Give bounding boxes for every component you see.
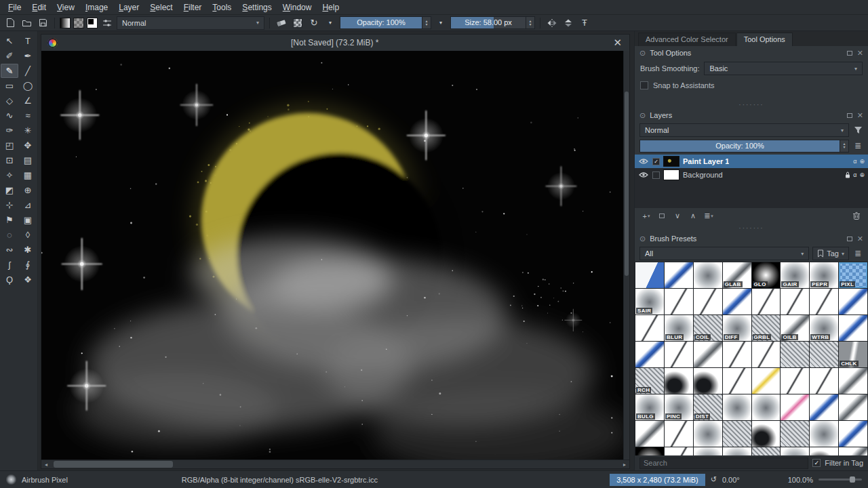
open-document-button[interactable]: [20, 16, 33, 30]
tool-transform[interactable]: ◰: [1, 138, 18, 152]
brush-preset-cell-26[interactable]: [694, 342, 722, 367]
tool-fill[interactable]: ◩: [1, 183, 18, 197]
brush-preset-cell-49[interactable]: [665, 421, 693, 447]
delete-layer-button[interactable]: [850, 210, 863, 222]
brush-preset-cell-9[interactable]: [665, 289, 693, 314]
blending-mode-select[interactable]: Normal▾: [117, 16, 264, 30]
brush-preset-cell-38[interactable]: [810, 368, 838, 394]
close-docker-icon[interactable]: ✕: [857, 49, 863, 57]
tool-rect-select[interactable]: ▣: [19, 213, 37, 227]
mirror-vertical-button[interactable]: [561, 16, 575, 30]
close-document-icon[interactable]: ✕: [612, 37, 623, 49]
canvas-rotation-value[interactable]: 0.00°: [722, 476, 740, 484]
brush-preset-cell-36[interactable]: [752, 368, 781, 394]
tool-magnetic-select[interactable]: ∮: [19, 258, 37, 272]
zoom-percentage[interactable]: 100.0%: [788, 476, 813, 484]
preserve-alpha-button[interactable]: [291, 16, 304, 30]
collapse-icon[interactable]: ⊙: [639, 235, 646, 243]
preset-display-mode-icon[interactable]: ≣: [852, 249, 863, 258]
rotation-reset-icon[interactable]: ↺: [711, 475, 717, 484]
document-titlebar[interactable]: [Not Saved] (73.2 MiB) * ✕: [41, 35, 629, 51]
reload-preset-button[interactable]: ↻: [307, 16, 321, 30]
tool-crop[interactable]: ⊡: [1, 153, 18, 167]
size-spinner[interactable]: ▴▾: [526, 16, 535, 29]
menu-filter[interactable]: Filter: [178, 1, 208, 14]
brush-preset-cell-47[interactable]: [839, 394, 867, 420]
menu-file[interactable]: File: [3, 1, 26, 14]
tool-patterns[interactable]: ▦: [19, 168, 37, 182]
scroll-right-icon[interactable]: ▸: [620, 462, 629, 468]
brush-preset-cell-58[interactable]: [694, 447, 722, 455]
brush-preset-coil[interactable]: COIL: [694, 315, 722, 341]
brush-preset-cell-12[interactable]: [752, 289, 781, 314]
tool-edit-shapes[interactable]: ✐: [1, 49, 18, 63]
fg-bg-color-chooser[interactable]: [87, 18, 98, 28]
docker-resize-handle[interactable]: ·······: [635, 224, 868, 232]
menu-tools[interactable]: Tools: [207, 1, 237, 14]
tool-options-header[interactable]: ⊙ Tool Options ✕: [635, 46, 868, 60]
opacity-slider[interactable]: Opacity: 100% ▴▾: [340, 16, 431, 29]
tool-reference-images[interactable]: ⚑: [1, 213, 18, 227]
brush-preset-cell-29[interactable]: [781, 342, 809, 367]
tool-pan[interactable]: ❖: [19, 272, 37, 287]
brush-preset-chlk[interactable]: CHLK: [839, 342, 867, 367]
pattern-chooser[interactable]: [73, 18, 84, 28]
brush-preset-bulg[interactable]: BULG: [635, 394, 664, 420]
brush-preset-glo[interactable]: GLO: [752, 262, 781, 288]
brush-preset-cell-48[interactable]: [635, 421, 664, 447]
brush-preset-cell-59[interactable]: [723, 447, 751, 455]
save-button[interactable]: [36, 16, 50, 30]
zoom-slider[interactable]: [818, 479, 862, 481]
eraser-mode-button[interactable]: [275, 16, 288, 30]
brush-preset-rch[interactable]: RCH: [635, 368, 664, 394]
brush-preset-cell-43[interactable]: [723, 394, 751, 420]
brush-preset-grbl[interactable]: GRBL: [752, 315, 781, 341]
tool-rectangle[interactable]: ▭: [1, 79, 18, 93]
tool-select-shapes[interactable]: ↖: [1, 34, 18, 48]
gradient-chooser[interactable]: [60, 18, 71, 28]
layer-row-background[interactable]: Backgroundα⊕: [635, 168, 868, 182]
brush-preset-cell-57[interactable]: [665, 447, 693, 455]
layer-properties-button[interactable]: ≣▾: [702, 210, 715, 222]
layer-visibility-icon[interactable]: [638, 158, 649, 165]
menu-view[interactable]: View: [52, 1, 80, 14]
brush-preset-cell-62[interactable]: [810, 447, 838, 455]
brush-preset-cell-0[interactable]: [635, 262, 664, 288]
brush-preset-cell-39[interactable]: [839, 368, 867, 394]
current-brush-icon[interactable]: [6, 474, 16, 485]
menu-layer[interactable]: Layer: [113, 1, 144, 14]
float-docker-icon[interactable]: [847, 51, 852, 56]
brush-presets-header[interactable]: ⊙ Brush Presets ✕: [635, 232, 868, 245]
brush-preset-cell-35[interactable]: [723, 368, 751, 394]
layer-checkbox[interactable]: [652, 171, 660, 179]
layer-row-paint-layer-1[interactable]: ✓Paint Layer 1α⊕: [635, 155, 868, 168]
layers-header[interactable]: ⊙ Layers ✕: [635, 108, 868, 122]
canvas[interactable]: [41, 51, 623, 460]
collapse-icon[interactable]: ⊙: [639, 111, 646, 120]
brush-preset-cell-1[interactable]: [665, 262, 693, 288]
tool-zoom[interactable]: Ϙ: [1, 272, 18, 287]
brush-preset-cell-50[interactable]: [694, 421, 722, 447]
duplicate-layer-button[interactable]: [655, 210, 669, 222]
layer-filter-icon[interactable]: [852, 126, 863, 134]
tool-ellipse-select[interactable]: ◌: [1, 228, 18, 242]
brush-preset-pepr[interactable]: PEPR: [810, 262, 838, 288]
brush-preset-cell-55[interactable]: [839, 421, 867, 447]
filter-in-tag-checkbox[interactable]: ✓: [812, 459, 821, 467]
zoom-slider-handle[interactable]: [850, 476, 855, 483]
tool-polygon-select[interactable]: ◊: [19, 228, 37, 242]
brush-preset-dist[interactable]: DIST: [694, 394, 722, 420]
menu-window[interactable]: Window: [277, 1, 317, 14]
brush-preset-cell-2[interactable]: [694, 262, 722, 288]
brush-preset-oilb[interactable]: OILB: [781, 315, 809, 341]
preset-options-dropdown[interactable]: ▾: [323, 16, 337, 30]
scroll-left-icon[interactable]: ◂: [41, 462, 51, 468]
opacity-dropdown[interactable]: ▾: [434, 16, 448, 30]
vertical-scrollbar[interactable]: [623, 51, 629, 460]
collapse-icon[interactable]: ⊙: [639, 49, 646, 58]
add-layer-button[interactable]: +▾: [639, 210, 653, 222]
tool-freehand-path[interactable]: ≈: [19, 108, 37, 123]
float-docker-icon[interactable]: [847, 113, 852, 118]
brush-preset-cell-27[interactable]: [723, 342, 751, 367]
tool-polyline[interactable]: ∠: [19, 94, 37, 108]
